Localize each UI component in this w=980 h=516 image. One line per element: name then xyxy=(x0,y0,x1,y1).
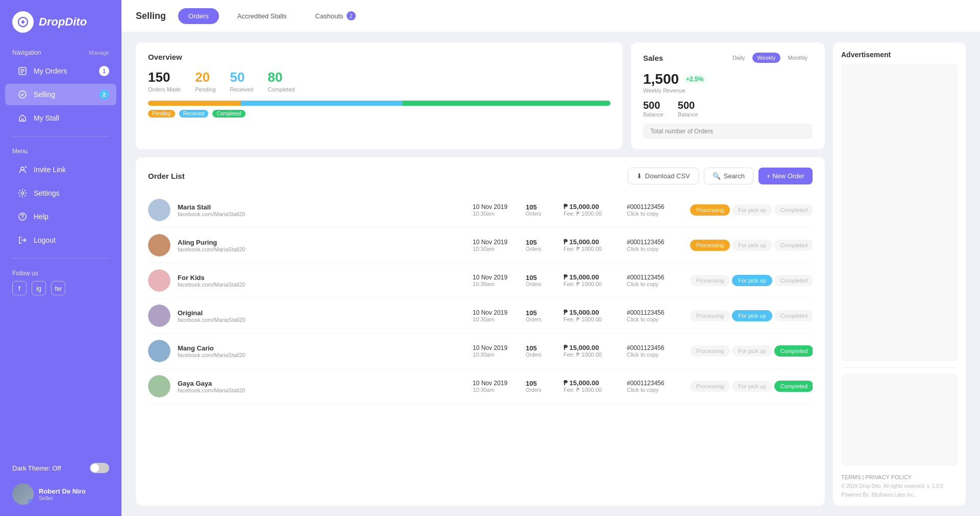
navigation-section: Navigation Manage xyxy=(0,44,121,59)
order-id-col: #0001123456 Click to copy xyxy=(627,274,683,287)
period-daily[interactable]: Daily xyxy=(727,53,750,63)
status-completed-badge[interactable]: Completed xyxy=(774,310,813,321)
twitter-icon[interactable]: tw xyxy=(51,281,65,295)
status-pickup-badge[interactable]: For pick up xyxy=(732,275,772,286)
status-pickup-badge[interactable]: For pick up xyxy=(732,345,772,357)
tab-cashouts[interactable]: Cashouts 2 xyxy=(305,7,366,25)
status-pickup-badge[interactable]: For pick up xyxy=(732,204,772,216)
status-pickup-badge[interactable]: For pick up xyxy=(732,381,772,392)
sidebar-item-logout[interactable]: Logout xyxy=(5,229,116,251)
sales-sub-stats: 500 Balance 500 Balance xyxy=(643,100,813,118)
svg-point-11 xyxy=(21,192,24,195)
main-panel: Overview 150 Orders Made 20 Pending 50 R xyxy=(136,42,825,506)
logo-icon xyxy=(12,11,34,33)
sidebar-item-my-orders[interactable]: My Orders 1 xyxy=(5,60,116,82)
order-id-col: #0001123456 Click to copy xyxy=(627,203,683,217)
status-processing-badge[interactable]: Processing xyxy=(690,310,730,321)
table-row: For Kids facebook.com/MariaStall20 10 No… xyxy=(148,263,813,298)
status-processing-badge[interactable]: Processing xyxy=(690,240,730,251)
stat-label: Received xyxy=(230,86,254,92)
order-id: #0001123456 xyxy=(627,309,683,316)
order-fb: facebook.com/MariaStall20 xyxy=(178,317,465,323)
balance-label-1: Balance xyxy=(643,111,664,118)
order-price-col: ₱ 15,000.00 Fee: ₱ 1000.00 xyxy=(564,238,620,252)
order-copy[interactable]: Click to copy xyxy=(627,281,683,287)
status-processing-badge[interactable]: Processing xyxy=(690,275,730,286)
new-order-button[interactable]: + New Order xyxy=(758,168,813,184)
dark-theme-toggle[interactable] xyxy=(90,463,109,473)
sidebar-item-selling[interactable]: Selling 2 xyxy=(5,84,116,105)
orders-scroll[interactable]: Maria Stall facebook.com/MariaStall20 10… xyxy=(148,193,813,496)
stat-label: Orders Made xyxy=(148,86,181,92)
table-row: Maria Stall facebook.com/MariaStall20 10… xyxy=(148,193,813,228)
user-row: Robert De Niro Seller xyxy=(0,477,121,511)
sidebar-item-my-stall[interactable]: My Stall xyxy=(5,107,116,129)
order-copy[interactable]: Click to copy xyxy=(627,316,683,322)
logo-text: DropDito xyxy=(39,15,87,29)
footer-copyright: © 2019 Drop Dito. All rights reserved. v… xyxy=(841,483,958,489)
status-processing-badge[interactable]: Processing xyxy=(690,381,730,392)
tab-accredited-stalls[interactable]: Accredited Stalls xyxy=(227,8,297,24)
total-orders-bar: Total number of Orders xyxy=(643,124,813,139)
stat-completed: 80 Completed xyxy=(267,69,295,92)
selling-badge: 2 xyxy=(99,89,109,100)
order-copy[interactable]: Click to copy xyxy=(627,387,683,393)
status-completed-badge[interactable]: Completed xyxy=(774,381,813,392)
sidebar-item-help[interactable]: Help xyxy=(5,206,116,227)
balance-value-1: 500 xyxy=(643,100,664,111)
sidebar-item-label: Invite Link xyxy=(34,166,66,174)
content-area: Overview 150 Orders Made 20 Pending 50 R xyxy=(121,32,980,516)
sales-label: Weekly Revenue xyxy=(643,87,813,93)
status-processing-badge[interactable]: Processing xyxy=(690,345,730,357)
order-qty: 105 xyxy=(526,239,556,246)
order-date-col: 10 Nov 2019 10:30am xyxy=(473,203,519,217)
status-processing-badge[interactable]: Processing xyxy=(690,204,730,216)
order-date-col: 10 Nov 2019 10:30am xyxy=(473,344,519,358)
sales-change: +2.5% xyxy=(683,75,706,84)
cashouts-badge: 2 xyxy=(347,11,356,20)
facebook-icon[interactable]: f xyxy=(12,281,27,295)
order-name: Original xyxy=(178,309,465,317)
progress-received xyxy=(240,101,402,106)
cashouts-label: Cashouts xyxy=(315,12,344,20)
avatar xyxy=(12,483,34,505)
terms-privacy-links[interactable]: TERMS | PRIVACY POLICY xyxy=(841,474,912,480)
status-completed-badge[interactable]: Completed xyxy=(774,204,813,216)
manage-link[interactable]: Manage xyxy=(89,50,109,56)
progress-pending xyxy=(148,101,240,106)
footer-powered-by: Powered By: Bitshares Labs Inc.. xyxy=(841,492,958,498)
sidebar-item-invite-link[interactable]: Invite Link xyxy=(5,159,116,180)
period-monthly[interactable]: Monthly xyxy=(782,53,813,63)
tab-orders[interactable]: Orders xyxy=(178,8,219,24)
menu-divider xyxy=(12,258,109,259)
status-pickup-badge[interactable]: For pick up xyxy=(732,310,772,321)
order-copy[interactable]: Click to copy xyxy=(627,210,683,217)
search-button[interactable]: 🔍 Search xyxy=(704,168,753,184)
order-qty: 105 xyxy=(526,309,556,317)
stat-orders-made: 150 Orders Made xyxy=(148,69,181,92)
order-fee: Fee: ₱ 1000.00 xyxy=(564,246,620,252)
status-completed-badge[interactable]: Completed xyxy=(774,275,813,286)
order-id: #0001123456 xyxy=(627,274,683,281)
order-copy[interactable]: Click to copy xyxy=(627,246,683,252)
follow-us-label: Follow us xyxy=(12,270,109,277)
order-name: Maria Stall xyxy=(178,203,465,211)
order-time: 10:30am xyxy=(473,210,519,217)
status-pickup-badge[interactable]: For pick up xyxy=(732,240,772,251)
stat-value: 20 xyxy=(195,69,215,85)
status-completed-badge[interactable]: Completed xyxy=(774,240,813,251)
download-csv-button[interactable]: ⬇ Download CSV xyxy=(628,168,699,184)
toggle-knob xyxy=(91,464,99,472)
order-time: 10:30am xyxy=(473,281,519,287)
order-qty-label: Orders xyxy=(526,387,556,393)
status-completed-badge[interactable]: Completed xyxy=(774,345,813,357)
order-copy[interactable]: Click to copy xyxy=(627,351,683,358)
sales-period-btns: Daily Weekly Monthly xyxy=(727,53,813,63)
period-weekly[interactable]: Weekly xyxy=(752,53,781,63)
order-name: Aling Puring xyxy=(178,239,465,246)
order-time: 10:30am xyxy=(473,387,519,393)
instagram-icon[interactable]: ig xyxy=(32,281,46,295)
order-fee: Fee: ₱ 1000.00 xyxy=(564,281,620,288)
order-list-card: Order List ⬇ Download CSV 🔍 Search + New… xyxy=(136,157,825,506)
sidebar-item-settings[interactable]: Settings xyxy=(5,182,116,204)
